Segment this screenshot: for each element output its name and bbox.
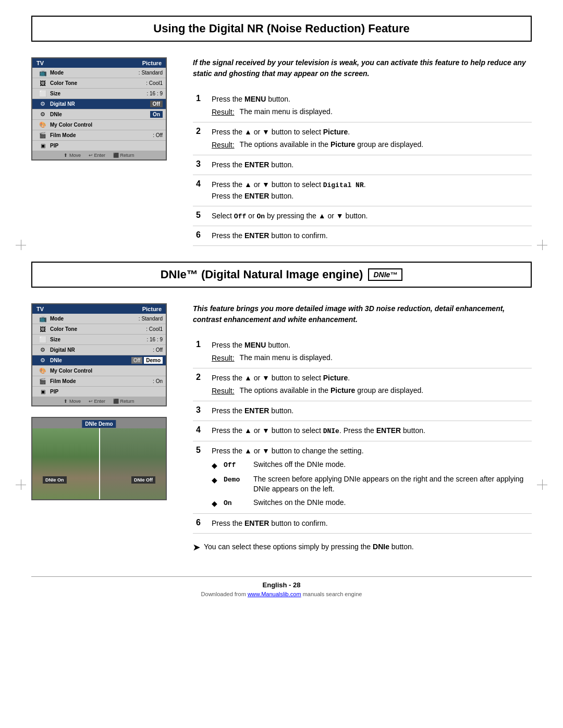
diamond-demo: ◆ <box>212 475 217 486</box>
s2-step3-row: 3 Press the ENTER button. <box>193 401 532 421</box>
section2-right: This feature brings you more detailed im… <box>193 303 532 556</box>
diamond-on: ◆ <box>212 498 217 509</box>
menu-value-size-1: : 16 : 9 <box>146 91 163 96</box>
menu-row-size-1: ⬜ Size : 16 : 9 <box>32 89 166 99</box>
menu-label-size-2: Size <box>50 337 146 342</box>
s2-step5-row: 5 Press the ▲ or ▼ button to change the … <box>193 441 532 513</box>
footer-download-link[interactable]: www.Manualslib.com <box>248 591 301 597</box>
menu-label-mycolor-1: My Color Control <box>50 122 163 128</box>
menu-icon-colortone-2: 🖼 <box>35 326 50 333</box>
step2-result-text: The options available in the Picture gro… <box>240 140 424 151</box>
s2-step4-content: Press the ▲ or ▼ button to select DNIe. … <box>209 421 532 441</box>
tv-menu-1: TV Picture 📺 Mode : Standard 🖼 Color <box>31 57 167 161</box>
step3-num: 3 <box>193 155 209 175</box>
tv-menu-footer-1: ⬆ Move ↩ Enter ⬛ Return <box>32 151 166 159</box>
menu-icon-colortone-1: 🖼 <box>35 80 50 87</box>
section2-note: ➤ You can select these options simply by… <box>193 539 532 556</box>
dnie-demo-label: DNIe Demo <box>82 420 116 428</box>
menu-label-digitalnr-2: Digital NR <box>50 347 153 353</box>
tv-menu-footer-2: ⬆ Move ↩ Enter ⬛ Return <box>32 397 166 405</box>
menu-value-colortone-1: : Cool1 <box>146 80 163 86</box>
tv-label-1: TV <box>36 60 44 66</box>
bullet-off: ◆ Off Switches off the DNIe mode. <box>212 460 529 471</box>
note-text: You can select these options simply by p… <box>204 542 414 552</box>
menu-row-filmmode-1: 🎬 Film Mode : Off <box>32 130 166 141</box>
menu-icon-mode-2: 📺 <box>35 315 50 323</box>
menu-label-size-1: Size <box>50 91 146 96</box>
step1-result-label: Result: <box>212 107 235 118</box>
step4-content: Press the ▲ or ▼ button to select Digita… <box>209 175 532 206</box>
footer-download-text: Downloaded from <box>201 591 246 597</box>
menu-icon-pip-2: ▣ <box>35 389 50 394</box>
menu-icon-mycolor-2: 🎨 <box>35 367 50 374</box>
menu-row-dnie-2: ⚙ DNIe Off Demo <box>32 355 166 366</box>
menu-value-filmmode-1: : Off <box>153 132 163 138</box>
footer-enter-2: ↩ Enter <box>89 399 105 404</box>
dnie-off-label: DNIe Off <box>131 476 155 484</box>
section1-title: Using the Digital NR (Noise Reduction) F… <box>43 22 520 35</box>
dnie-demo-image: DNIe Demo DNIe On DNIe Off <box>31 417 167 500</box>
step2-row: 2 Press the ▲ or ▼ button to select Pict… <box>193 122 532 155</box>
menu-value-mode-2: : Standard <box>139 316 163 322</box>
note-arrow: ➤ <box>193 542 200 552</box>
menu-row-mode-2: 📺 Mode : Standard <box>32 314 166 324</box>
menu-icon-filmmode-2: 🎬 <box>35 378 50 385</box>
s2-step6-content: Press the ENTER button to confirm. <box>209 513 532 533</box>
step2-result-label: Result: <box>212 140 235 151</box>
menu-label-dnie-2: DNIe <box>50 357 131 363</box>
menu-value-dnie-2: Off Demo <box>131 357 163 364</box>
s2-step3-num: 3 <box>193 401 209 421</box>
tv-menu-2: TV Picture 📺 Mode : Standard 🖼 Color Ton… <box>31 303 167 406</box>
menu-label-colortone-2: Color Tone <box>50 326 146 332</box>
tv-menu-title-bar-1: TV Picture <box>32 58 166 68</box>
step5-row: 5 Select Off or On by pressing the ▲ or … <box>193 206 532 226</box>
crosshair-left-bottom <box>16 479 26 490</box>
picture-label-1: Picture <box>142 60 162 66</box>
s2-step1-result-label: Result: <box>212 353 235 364</box>
menu-value-digitalnr-2: : Off <box>153 347 163 353</box>
s2-step1-result-text: The main menu is displayed. <box>240 353 333 364</box>
crosshair-right-bottom <box>537 479 547 490</box>
bullet-label-off: Off <box>224 460 247 471</box>
footer-move-2: ⬆ Move <box>64 399 81 404</box>
menu-icon-digitalnr-2: ⚙ <box>35 347 50 353</box>
menu-label-mode-2: Mode <box>50 316 139 322</box>
s2-step4-row: 4 Press the ▲ or ▼ button to select DNIe… <box>193 421 532 441</box>
footer-page-num: English - 28 <box>31 581 532 589</box>
footer-download-suffix: manuals search engine <box>303 591 362 597</box>
menu-value-mode-1: : Standard <box>139 70 163 76</box>
step4-row: 4 Press the ▲ or ▼ button to select Digi… <box>193 175 532 206</box>
step1-num: 1 <box>193 90 209 122</box>
menu-label-pip-1: PIP <box>50 143 163 149</box>
footer-move-1: ⬆ Move <box>64 153 81 158</box>
menu-icon-filmmode-1: 🎬 <box>35 132 50 139</box>
menu-value-colortone-2: : Cool1 <box>146 326 163 332</box>
menu-row-mycolor-1: 🎨 My Color Control <box>32 120 166 130</box>
menu-value-digitalnr-1: Off <box>150 101 163 107</box>
page-footer: English - 28 Downloaded from www.Manuals… <box>31 576 532 597</box>
menu-label-digitalnr-1: Digital NR <box>50 101 150 107</box>
s2-step3-content: Press the ENTER button. <box>209 401 532 421</box>
s2-step2-result-label: Result: <box>212 386 235 397</box>
dnie-on-label: DNIe On <box>43 476 67 484</box>
section1-right: If the signal received by your televisio… <box>193 57 532 246</box>
menu-label-mycolor-2: My Color Control <box>50 368 163 374</box>
step1-row: 1 Press the MENU button. Result: The mai… <box>193 90 532 122</box>
menu-row-pip-2: ▣ PIP <box>32 387 166 397</box>
menu-row-mode-1: 📺 Mode : Standard <box>32 68 166 78</box>
dnie-badge: DNIe™ <box>368 268 402 281</box>
menu-icon-digitalnr-1: ⚙ <box>35 101 50 107</box>
bullet-on: ◆ On Switches on the DNIe mode. <box>212 498 529 509</box>
section1-content: TV Picture 📺 Mode : Standard 🖼 Color <box>31 57 532 246</box>
footer-download: Downloaded from www.Manualslib.com manua… <box>31 591 532 597</box>
s2-step1-row: 1 Press the MENU button. Result: The mai… <box>193 336 532 368</box>
page: Using the Digital NR (Noise Reduction) F… <box>0 0 563 728</box>
section1-intro: If the signal received by your televisio… <box>193 57 532 79</box>
menu-label-dnie-1: DNIe <box>50 112 150 117</box>
s2-step2-num: 2 <box>193 368 209 401</box>
crosshair-left-top <box>16 240 26 250</box>
menu-icon-pip-1: ▣ <box>35 143 50 149</box>
step2-num: 2 <box>193 122 209 155</box>
menu-label-filmmode-1: Film Mode <box>50 132 153 138</box>
s2-step6-row: 6 Press the ENTER button to confirm. <box>193 513 532 533</box>
